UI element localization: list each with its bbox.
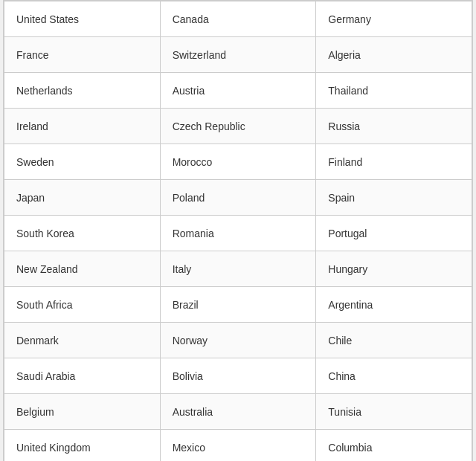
table-row: BelgiumAustraliaTunisia <box>4 394 472 430</box>
table-cell: Algeria <box>316 37 472 73</box>
table-cell: Argentina <box>316 287 472 323</box>
table-cell: Finland <box>316 144 472 180</box>
table-cell: Czech Republic <box>160 109 316 144</box>
table-cell: Poland <box>160 180 316 216</box>
table-row: United StatesCanadaGermany <box>4 1 472 37</box>
table-cell: Italy <box>160 251 316 287</box>
table-cell: Russia <box>316 109 472 144</box>
table-cell: Hungary <box>316 251 472 287</box>
table-cell: Australia <box>160 394 316 430</box>
table-cell: Switzerland <box>160 37 316 73</box>
table-row: SwedenMoroccoFinland <box>4 144 472 180</box>
table-cell: Portugal <box>316 216 472 251</box>
table-cell: Japan <box>4 180 161 216</box>
table-cell: Denmark <box>4 323 161 358</box>
table-cell: Tunisia <box>316 394 472 430</box>
table-cell: Belgium <box>4 394 161 430</box>
table-cell: China <box>316 358 472 394</box>
table-cell: Ireland <box>4 109 161 144</box>
table-row: DenmarkNorwayChile <box>4 323 472 358</box>
table-row: NetherlandsAustriaThailand <box>4 73 472 109</box>
table-row: IrelandCzech RepublicRussia <box>4 109 472 144</box>
table-cell: United Kingdom <box>4 430 161 462</box>
table-row: Saudi ArabiaBoliviaChina <box>4 358 472 394</box>
table-cell: Morocco <box>160 144 316 180</box>
table-cell: Sweden <box>4 144 161 180</box>
table-row: South AfricaBrazilArgentina <box>4 287 472 323</box>
table-cell: Chile <box>316 323 472 358</box>
table-row: United KingdomMexicoColumbia <box>4 430 472 462</box>
table-cell: Bolivia <box>160 358 316 394</box>
table-cell: Saudi Arabia <box>4 358 161 394</box>
table-row: South KoreaRomaniaPortugal <box>4 216 472 251</box>
table-cell: South Korea <box>4 216 161 251</box>
table-cell: Columbia <box>316 430 472 462</box>
table-cell: Netherlands <box>4 73 161 109</box>
table-cell: Brazil <box>160 287 316 323</box>
table-cell: Austria <box>160 73 316 109</box>
table-cell: Romania <box>160 216 316 251</box>
country-table-container: United StatesCanadaGermanyFranceSwitzerl… <box>3 0 473 461</box>
country-table: United StatesCanadaGermanyFranceSwitzerl… <box>4 1 472 461</box>
table-row: JapanPolandSpain <box>4 180 472 216</box>
table-cell: South Africa <box>4 287 161 323</box>
table-cell: Thailand <box>316 73 472 109</box>
table-cell: Mexico <box>160 430 316 462</box>
table-row: New ZealandItalyHungary <box>4 251 472 287</box>
table-cell: Germany <box>316 1 472 37</box>
table-cell: New Zealand <box>4 251 161 287</box>
table-row: FranceSwitzerlandAlgeria <box>4 37 472 73</box>
table-cell: Spain <box>316 180 472 216</box>
table-cell: Canada <box>160 1 316 37</box>
table-cell: Norway <box>160 323 316 358</box>
table-cell: France <box>4 37 161 73</box>
table-cell: United States <box>4 1 161 37</box>
